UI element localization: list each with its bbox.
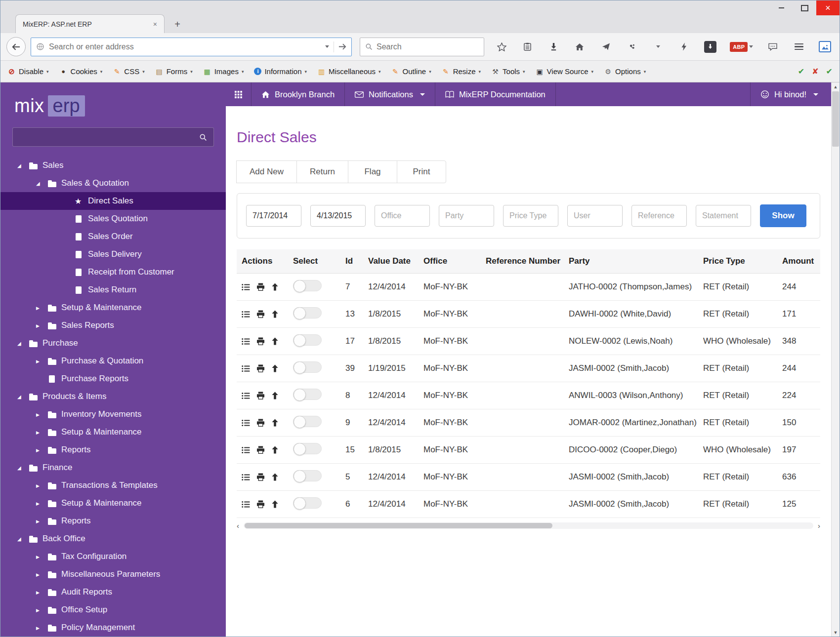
tree-toggle-icon[interactable] (36, 430, 48, 435)
select-toggle[interactable] (293, 497, 322, 509)
documentation-menu[interactable]: MixERP Documentation (435, 82, 556, 106)
print-icon[interactable] (256, 419, 265, 427)
close-button[interactable] (816, 0, 840, 15)
upload-icon[interactable] (271, 473, 279, 481)
extension-icon[interactable] (626, 40, 638, 54)
go-arrow-icon[interactable] (338, 43, 346, 50)
page-action-button[interactable]: Flag (348, 160, 397, 183)
page-action-button[interactable]: Print (397, 160, 446, 183)
horizontal-scroll-track[interactable] (244, 522, 813, 529)
date-from-input[interactable] (246, 205, 301, 227)
upload-icon[interactable] (271, 337, 279, 345)
tree-toggle-icon[interactable] (36, 358, 48, 364)
video-download-icon[interactable] (704, 40, 717, 54)
sidebar-item[interactable]: Audit Reports (0, 583, 226, 601)
sidebar-item[interactable]: Products & Items (0, 388, 226, 405)
upload-icon[interactable] (271, 446, 279, 454)
devbar-menu-item[interactable]: ▤ Forms (155, 67, 193, 76)
details-icon[interactable] (242, 283, 250, 291)
tree-toggle-icon[interactable] (36, 323, 48, 328)
sidebar-item[interactable]: Receipt from Customer (0, 263, 226, 281)
tree-toggle-icon[interactable] (17, 341, 29, 346)
branch-menu[interactable]: Brooklyn Branch (252, 82, 345, 106)
sidebar-item[interactable]: Setup & Maintenance (0, 494, 226, 512)
screenshot-icon[interactable] (819, 40, 832, 54)
tree-toggle-icon[interactable] (36, 181, 48, 186)
sidebar-item[interactable]: Sales (0, 157, 226, 174)
sidebar-search-input[interactable] (19, 133, 199, 142)
search-bar[interactable] (360, 38, 484, 56)
select-toggle[interactable] (293, 361, 322, 373)
notifications-menu[interactable]: Notifications (345, 82, 435, 106)
select-toggle[interactable] (293, 334, 322, 346)
lightning-icon[interactable] (678, 40, 691, 54)
new-tab-button[interactable]: + (169, 18, 185, 31)
status-check-icon[interactable]: ✔ (826, 67, 833, 76)
sidebar-item[interactable]: Sales Quotation (0, 210, 226, 228)
upload-icon[interactable] (271, 419, 279, 427)
page-action-button[interactable]: Return (296, 160, 348, 183)
vertical-scroll-thumb[interactable] (832, 91, 839, 147)
devbar-menu-item[interactable]: i Information (254, 67, 307, 76)
scroll-up-icon[interactable]: ▲ (832, 82, 840, 91)
devbar-menu-item[interactable]: ✎ Resize (442, 67, 481, 76)
tree-toggle-icon[interactable] (36, 501, 48, 506)
details-icon[interactable] (242, 446, 250, 454)
sidebar-item[interactable]: Sales Order (0, 228, 226, 245)
sidebar-item[interactable]: Reports (0, 512, 226, 530)
office-filter-input[interactable] (375, 205, 430, 227)
details-icon[interactable] (242, 419, 250, 427)
user-filter-input[interactable] (567, 205, 623, 227)
details-icon[interactable] (242, 311, 250, 318)
print-icon[interactable] (256, 337, 265, 345)
details-icon[interactable] (242, 365, 250, 372)
tree-toggle-icon[interactable] (36, 572, 48, 577)
bookmark-star-icon[interactable] (495, 40, 508, 54)
select-toggle[interactable] (293, 470, 322, 481)
sidebar-item[interactable]: Purchase & Quotation (0, 352, 226, 370)
print-icon[interactable] (256, 446, 265, 454)
apps-grid-button[interactable] (226, 82, 252, 106)
sidebar-item[interactable]: Transactions & Templates (0, 477, 226, 494)
scroll-left-icon[interactable]: ‹ (237, 522, 239, 529)
scroll-right-icon[interactable]: › (818, 522, 820, 529)
address-input[interactable] (49, 42, 321, 51)
page-action-button[interactable]: Add New (236, 160, 297, 183)
tree-toggle-icon[interactable] (36, 412, 48, 417)
tree-toggle-icon[interactable] (17, 394, 29, 399)
home-icon[interactable] (573, 40, 586, 54)
details-icon[interactable] (242, 501, 250, 508)
statement-filter-input[interactable] (696, 205, 751, 227)
devbar-menu-item[interactable]: ▣ View Source (536, 67, 593, 76)
details-icon[interactable] (242, 338, 250, 345)
tree-toggle-icon[interactable] (36, 607, 48, 613)
sidebar-item[interactable]: Direct Sales (0, 192, 226, 210)
sidebar-item[interactable]: Reports (0, 441, 226, 459)
devbar-menu-item[interactable]: ⚙ Options (604, 67, 646, 76)
sidebar-item[interactable]: Finance (0, 459, 226, 477)
upload-icon[interactable] (271, 500, 279, 508)
sidebar-item[interactable]: Office Setup (0, 601, 226, 619)
date-to-input[interactable] (310, 205, 366, 227)
adblock-icon[interactable]: ABP (730, 40, 753, 54)
horizontal-scroll-thumb[interactable] (245, 523, 552, 528)
select-toggle[interactable] (293, 389, 322, 400)
print-icon[interactable] (256, 500, 265, 508)
minimize-button[interactable] (770, 0, 793, 15)
tree-toggle-icon[interactable] (36, 305, 48, 311)
price-type-filter-input[interactable] (503, 205, 558, 227)
details-icon[interactable] (242, 474, 250, 481)
status-check-icon[interactable]: ✘ (812, 67, 818, 76)
print-icon[interactable] (256, 364, 265, 372)
reading-list-icon[interactable] (521, 40, 534, 54)
tree-toggle-icon[interactable] (36, 447, 48, 453)
devbar-menu-item[interactable]: ✎ Outline (391, 67, 431, 76)
tree-toggle-icon[interactable] (17, 465, 29, 471)
address-bar[interactable] (31, 38, 352, 56)
sidebar-item[interactable]: Policy Management (0, 619, 226, 637)
devbar-menu-item[interactable]: ⊘ Disable (7, 67, 49, 76)
select-toggle[interactable] (293, 280, 322, 291)
devbar-menu-item[interactable]: ▦ Images (203, 67, 244, 76)
print-icon[interactable] (256, 473, 265, 481)
devbar-menu-item[interactable]: ⚒ Tools (491, 67, 525, 76)
